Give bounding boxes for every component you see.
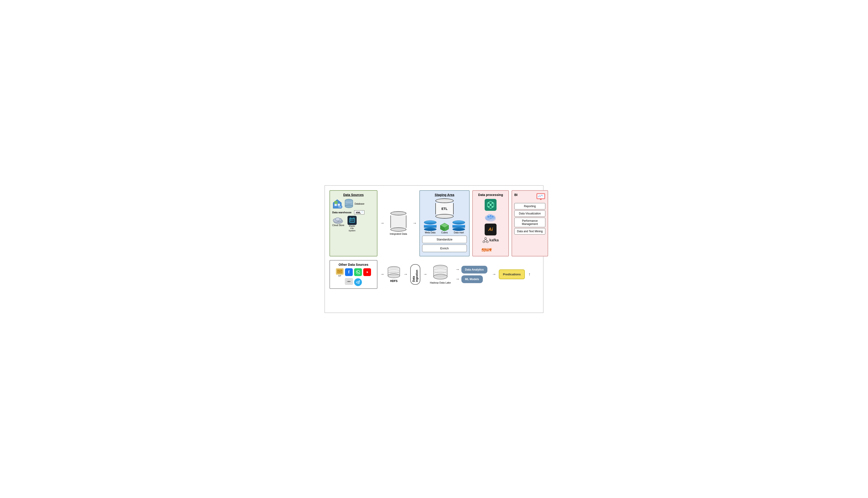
facebook-letter: f (348, 270, 350, 274)
efs-label: Elastic File System (347, 225, 357, 232)
kafka-label: kafka (489, 238, 499, 242)
arrow-ds-integrated: → (380, 221, 384, 226)
svg-line-38 (491, 203, 492, 204)
svg-point-33 (488, 202, 489, 204)
svg-marker-76 (356, 280, 360, 284)
database-icon: SQL (332, 199, 342, 209)
cubes-item: Cubes (440, 223, 449, 234)
bi-header-row: BI (514, 193, 545, 202)
spark-item: APACHE Spark (482, 245, 500, 253)
performance-management-label: Performance Management (522, 219, 538, 226)
svg-line-40 (491, 206, 492, 207)
data-visualization-label: Data Visualization (519, 212, 541, 215)
staging-icons-row: Meta Data Cubes Dat (422, 220, 467, 234)
svg-rect-5 (334, 202, 336, 204)
cloud-ai-icon (484, 213, 497, 222)
svg-line-53 (484, 239, 486, 241)
analytics-row: → Data Analytics (456, 266, 487, 274)
video-icon (345, 278, 353, 285)
svg-point-36 (492, 206, 493, 207)
datamart-disk-top (452, 220, 465, 224)
iot-label: IoT (338, 275, 341, 277)
performance-management-box: Performance Management (514, 218, 545, 227)
arrow-hadoop-ml: → (456, 277, 460, 281)
data-warehouse-label: Data warehouse (332, 211, 351, 214)
ai-text: Ai (488, 227, 493, 232)
svg-point-26 (351, 221, 351, 222)
integrated-data-section: Integrated Data (387, 190, 410, 257)
svg-text:Spark: Spark (482, 248, 492, 252)
data-ingestion-label: Data ingestion (412, 267, 419, 282)
facebook-icon: f (345, 268, 353, 276)
svg-rect-6 (336, 202, 338, 204)
svg-point-50 (485, 237, 486, 239)
svg-line-54 (486, 239, 487, 241)
ml-models-box: ML Models (461, 275, 483, 283)
xml-icon: XML📄 (354, 210, 364, 215)
etl-cyl-bottom (435, 214, 453, 219)
neural-icon (485, 199, 497, 211)
integrated-data-label: Integrated Data (390, 233, 407, 235)
db-cylinder (344, 198, 353, 209)
metadata-label: Meta Data (425, 231, 435, 234)
svg-point-65 (356, 270, 360, 274)
arrow-ingestion-hadoop: → (423, 272, 427, 277)
svg-rect-63 (540, 199, 541, 200)
data-processing-title: Data processing (478, 193, 503, 197)
bi-title: BI (514, 193, 517, 197)
svg-point-17 (336, 218, 340, 221)
svg-point-74 (350, 281, 350, 282)
svg-point-72 (347, 281, 348, 282)
svg-point-80 (388, 274, 400, 278)
other-sources-title: Other Data Sources (332, 263, 375, 266)
data-sources-title: Data Sources (332, 193, 375, 197)
other-sources-section: Other Data Sources IoT f (329, 260, 378, 289)
etl-label: ETL (442, 207, 447, 211)
database-row: SQL Database (332, 198, 375, 209)
integrated-data-content: Integrated Data (390, 211, 407, 235)
svg-point-32 (490, 204, 491, 206)
metadata-disk-bottom (424, 228, 436, 231)
ml-models-label: ML Models (465, 278, 479, 281)
cubes-label: Cubes (441, 231, 448, 234)
svg-point-24 (351, 219, 351, 220)
bi-monitor-icon (536, 193, 545, 202)
svg-point-45 (488, 216, 489, 218)
svg-point-34 (492, 202, 493, 204)
svg-point-25 (351, 220, 351, 221)
svg-point-46 (490, 215, 491, 217)
efs-icon (347, 216, 357, 225)
svg-line-37 (489, 203, 490, 204)
svg-point-35 (488, 206, 489, 207)
enrich-box: Enrich (422, 245, 467, 252)
bottom-row: Other Data Sources IoT f (329, 260, 539, 289)
mail-icon (336, 268, 344, 275)
diagram-wrapper: Data Sources SQL (325, 185, 543, 313)
datamart-item: Data mart (452, 220, 465, 234)
data-text-mining-box: Data and Text Mining (514, 228, 545, 235)
metadata-disk-top (424, 220, 436, 224)
metadata-item: Meta Data (424, 220, 436, 234)
integrated-cyl-bottom (391, 227, 406, 232)
efs-item: Elastic File System (347, 216, 357, 232)
data-analytics-box: Data Analytics (461, 266, 487, 274)
metadata-disk-body (424, 225, 436, 228)
svg-rect-1 (334, 204, 337, 206)
svg-line-39 (489, 206, 490, 207)
integrated-cyl-top (391, 211, 406, 215)
integrated-cyl-body (391, 215, 406, 228)
predictions-label: Predications (503, 273, 521, 276)
etl-cyl-body: ETL (435, 203, 453, 214)
svg-rect-4 (336, 201, 338, 202)
data-processing-section: Data processing (472, 190, 509, 257)
svg-point-52 (486, 241, 488, 243)
cloud-efs-row: Cloud Store (332, 216, 375, 232)
standardize-box: Standardize (422, 236, 467, 243)
svg-marker-58 (497, 247, 498, 250)
cloud-store-label: Cloud Store (332, 224, 344, 226)
main-row: Data Sources SQL (329, 190, 539, 257)
enrich-label: Enrich (440, 247, 449, 250)
arrow-hadoop-analytics: → (456, 267, 460, 272)
standardize-label: Standardize (436, 238, 452, 241)
datamart-label: Data mart (454, 231, 464, 234)
